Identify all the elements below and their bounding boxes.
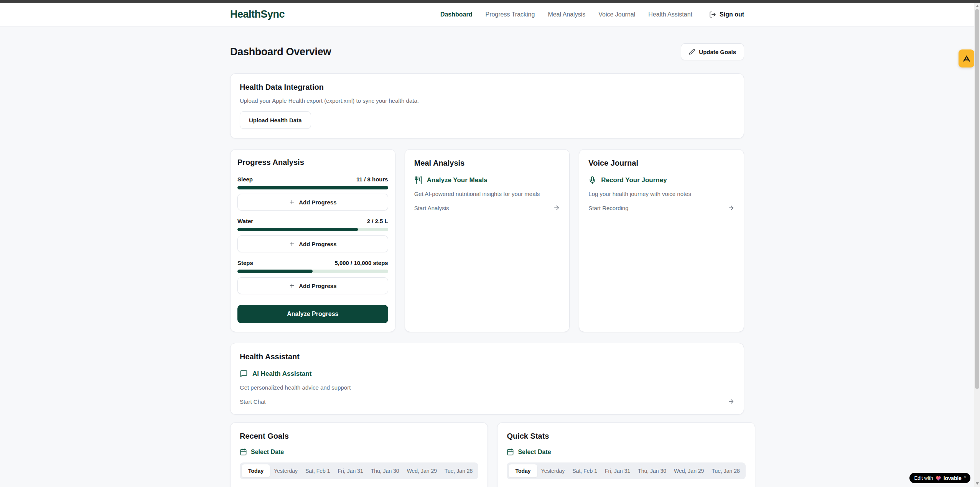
- start-chat-link[interactable]: Start Chat: [240, 398, 735, 405]
- tab-tue-jan-28[interactable]: Tue, Jan 28: [708, 464, 743, 477]
- progress-analysis-card: Progress Analysis Sleep 11 / 8 hours Add…: [230, 149, 395, 332]
- nav-health-assistant[interactable]: Health Assistant: [648, 11, 692, 18]
- browser-top-bar: [0, 0, 980, 3]
- water-progress-bar: [237, 228, 388, 231]
- goal-label: Steps: [237, 260, 253, 266]
- recent-goals-title: Recent Goals: [240, 432, 478, 441]
- tab-sat-feb-1[interactable]: Sat, Feb 1: [301, 464, 334, 477]
- chat-bubble-icon: [240, 370, 248, 378]
- progress-analysis-title: Progress Analysis: [237, 158, 388, 167]
- add-progress-label: Add Progress: [299, 283, 336, 289]
- upload-health-data-button[interactable]: Upload Health Data: [240, 111, 311, 129]
- lovable-brand-label: lovable: [944, 475, 962, 481]
- meal-description: Get AI-powered nutritional insights for …: [414, 191, 560, 197]
- goal-value: 11 / 8 hours: [356, 176, 388, 183]
- add-progress-label: Add Progress: [299, 199, 336, 206]
- main-nav: Dashboard Progress Tracking Meal Analysi…: [440, 11, 744, 18]
- tag-logo-icon: [962, 54, 971, 63]
- start-recording-link[interactable]: Start Recording: [588, 204, 735, 211]
- nav-dashboard[interactable]: Dashboard: [440, 11, 473, 18]
- plus-icon: [289, 283, 295, 289]
- logout-icon: [709, 11, 716, 18]
- page-title: Dashboard Overview: [230, 46, 331, 58]
- goal-steps: Steps 5,000 / 10,000 steps Add Progress: [237, 260, 388, 301]
- date-tabs: Today Yesterday Sat, Feb 1 Fri, Jan 31 T…: [507, 462, 745, 479]
- integration-title: Health Data Integration: [240, 83, 735, 92]
- goal-water: Water 2 / 2.5 L Add Progress: [237, 218, 388, 260]
- tab-wed-jan-29[interactable]: Wed, Jan 29: [403, 464, 441, 477]
- scrollbar-down-arrow[interactable]: [974, 480, 980, 487]
- scrollbar[interactable]: [974, 3, 980, 487]
- tab-today[interactable]: Today: [509, 464, 537, 477]
- add-progress-label: Add Progress: [299, 241, 336, 247]
- recent-goals-card: Recent Goals Select Date Today Yesterday…: [230, 422, 488, 487]
- select-date-button[interactable]: Select Date: [240, 448, 478, 456]
- action-label: Start Recording: [588, 205, 628, 211]
- sign-out-label: Sign out: [720, 11, 744, 18]
- select-date-label: Select Date: [251, 449, 284, 456]
- record-your-journey-link[interactable]: Record Your Journey: [588, 176, 735, 184]
- edit-with-lovable-badge[interactable]: Edit with lovable ×: [909, 473, 970, 483]
- health-data-integration-card: Health Data Integration Upload your Appl…: [230, 73, 744, 138]
- select-date-button[interactable]: Select Date: [507, 448, 745, 456]
- analyze-progress-button[interactable]: Analyze Progress: [237, 305, 388, 323]
- nav-progress-tracking[interactable]: Progress Tracking: [485, 11, 535, 18]
- app-logo[interactable]: HealthSync: [230, 8, 285, 20]
- add-progress-sleep-button[interactable]: Add Progress: [237, 194, 388, 211]
- tab-today[interactable]: Today: [242, 464, 270, 477]
- add-progress-steps-button[interactable]: Add Progress: [237, 277, 388, 294]
- tab-tue-jan-28[interactable]: Tue, Jan 28: [441, 464, 476, 477]
- goal-value: 2 / 2.5 L: [367, 218, 388, 224]
- tab-fri-jan-31[interactable]: Fri, Jan 31: [334, 464, 367, 477]
- tab-wed-jan-29[interactable]: Wed, Jan 29: [670, 464, 708, 477]
- analyze-your-meals-link[interactable]: Analyze Your Meals: [414, 176, 560, 184]
- sign-out-button[interactable]: Sign out: [709, 11, 744, 18]
- feature-label: AI Health Assistant: [252, 370, 311, 378]
- meal-analysis-title: Meal Analysis: [414, 159, 560, 168]
- voice-journal-card: Voice Journal Record Your Journey Log yo…: [579, 149, 744, 332]
- quick-stats-title: Quick Stats: [507, 432, 745, 441]
- feature-label: Record Your Journey: [601, 176, 667, 184]
- side-tag-button[interactable]: [959, 49, 974, 67]
- action-label: Start Analysis: [414, 205, 449, 211]
- app-header: HealthSync Dashboard Progress Tracking M…: [0, 3, 974, 26]
- health-assistant-title: Health Assistant: [240, 352, 735, 361]
- edit-with-label: Edit with: [914, 475, 933, 481]
- update-goals-button[interactable]: Update Goals: [681, 43, 744, 60]
- tab-yesterday[interactable]: Yesterday: [270, 464, 301, 477]
- tab-sat-feb-1[interactable]: Sat, Feb 1: [568, 464, 601, 477]
- start-analysis-link[interactable]: Start Analysis: [414, 204, 560, 211]
- add-progress-water-button[interactable]: Add Progress: [237, 235, 388, 252]
- arrow-right-icon: [553, 204, 560, 211]
- date-tabs: Today Yesterday Sat, Feb 1 Fri, Jan 31 T…: [240, 462, 478, 479]
- tab-thu-jan-30[interactable]: Thu, Jan 30: [634, 464, 670, 477]
- voice-description: Log your health journey with voice notes: [588, 191, 735, 197]
- close-icon[interactable]: ×: [964, 474, 966, 479]
- sleep-progress-bar: [237, 186, 388, 189]
- ai-health-assistant-link[interactable]: AI Health Assistant: [240, 370, 735, 378]
- health-assistant-card: Health Assistant AI Health Assistant Get…: [230, 343, 744, 415]
- tab-thu-jan-30[interactable]: Thu, Jan 30: [367, 464, 403, 477]
- select-date-label: Select Date: [518, 449, 551, 456]
- pencil-icon: [689, 49, 695, 55]
- quick-stats-card: Quick Stats Select Date Today Yesterday …: [497, 422, 755, 487]
- update-goals-label: Update Goals: [699, 49, 736, 55]
- nav-meal-analysis[interactable]: Meal Analysis: [548, 11, 585, 18]
- lovable-heart-icon: [936, 475, 941, 481]
- scrollbar-thumb[interactable]: [975, 9, 979, 389]
- plus-icon: [289, 199, 295, 205]
- goal-label: Water: [237, 218, 253, 224]
- tab-fri-jan-31[interactable]: Fri, Jan 31: [601, 464, 634, 477]
- action-label: Start Chat: [240, 398, 266, 405]
- goal-sleep: Sleep 11 / 8 hours Add Progress: [237, 176, 388, 218]
- assistant-description: Get personalized health advice and suppo…: [240, 384, 735, 391]
- calendar-icon: [240, 448, 247, 456]
- goal-label: Sleep: [237, 176, 253, 183]
- plus-icon: [289, 241, 295, 247]
- scrollbar-up-arrow[interactable]: [974, 3, 980, 9]
- nav-voice-journal[interactable]: Voice Journal: [598, 11, 635, 18]
- tab-yesterday[interactable]: Yesterday: [537, 464, 569, 477]
- calendar-icon: [507, 448, 514, 456]
- microphone-icon: [588, 176, 596, 184]
- feature-label: Analyze Your Meals: [427, 176, 488, 184]
